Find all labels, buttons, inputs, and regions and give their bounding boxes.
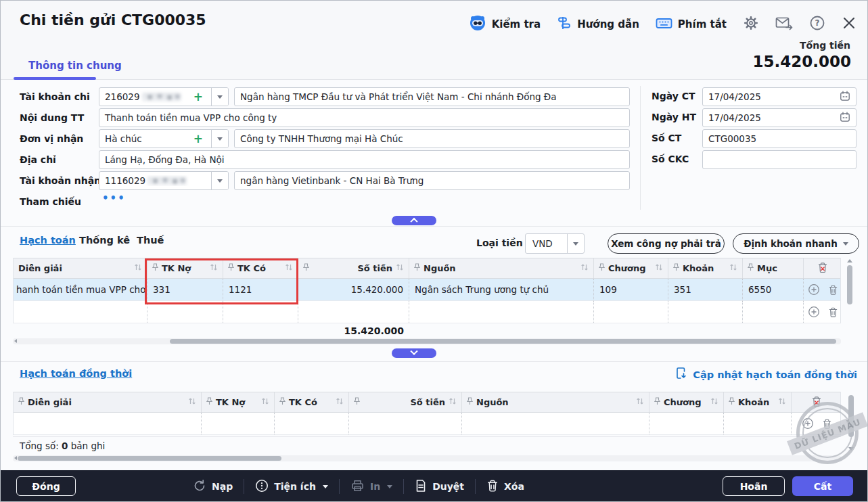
pin-icon[interactable] [354,397,360,407]
doc-date-field[interactable]: 17/04/2025 [702,87,856,106]
table-row-empty[interactable] [14,301,840,323]
pin-icon[interactable] [748,263,754,273]
scrollbar-thumb[interactable] [847,265,852,304]
pin-icon[interactable] [279,397,285,407]
tab-statistics[interactable]: Thống kê [79,235,130,246]
calendar-icon[interactable] [840,112,850,124]
currency-select[interactable]: VND [525,233,585,254]
scroll-up-arrow[interactable] [847,259,852,263]
print-button[interactable]: In [340,479,403,495]
vertical-scrollbar[interactable] [846,259,853,337]
receiver-company-field[interactable]: Công ty TNHH Thương mại Hà Chúc [234,129,630,148]
add-row-icon[interactable] [802,417,814,430]
sort-icon[interactable] [655,263,663,273]
pin-icon[interactable] [18,397,24,407]
gear-icon[interactable] [743,15,759,34]
window-header: Chi tiền gửi CTG00035 Kiểm tra [1,1,867,80]
tab-general-info[interactable]: Thông tin chung [28,60,122,72]
pin-icon[interactable] [228,263,234,273]
shortcut-button[interactable]: Phím tắt [656,16,727,32]
receiver-combo[interactable]: Hà chúc+ [99,129,229,148]
account-in-bank-field[interactable]: ngân hàng Vietinbank - CN Hai Bà Trưng [234,171,630,190]
scroll-down-arrow[interactable] [848,447,854,451]
sort-icon[interactable] [261,397,269,407]
add-account-icon[interactable]: + [191,90,206,104]
delete-button[interactable]: Xóa [476,479,535,495]
postpone-button[interactable]: Hoãn [723,476,785,496]
horizontal-scrollbar[interactable] [13,455,841,461]
currency-dropdown[interactable] [567,234,584,253]
collapse-form-button[interactable] [392,216,436,225]
pin-icon[interactable] [467,397,473,407]
reference-more-button[interactable]: ••• [102,192,126,204]
sort-icon[interactable] [188,397,196,407]
account-in-dropdown[interactable] [211,172,228,189]
pin-icon[interactable] [303,263,309,273]
horizontal-scrollbar[interactable] [13,338,841,344]
calendar-icon[interactable] [840,91,850,104]
sort-icon[interactable] [778,397,786,407]
doc-no-field[interactable]: CTG00035 [702,129,856,148]
guide-button[interactable]: Hướng dẫn [557,16,639,33]
delete-all-icon[interactable] [817,262,828,275]
content-field[interactable]: Thanh toán tiền mua VPP cho công ty [99,108,630,127]
tab-accounting[interactable]: Hạch toán [20,235,76,246]
mail-send-icon[interactable] [775,16,793,33]
add-row-icon[interactable] [808,283,820,296]
sort-icon[interactable] [710,397,718,407]
close-icon[interactable] [842,16,856,33]
sort-icon[interactable] [449,397,457,407]
sort-icon[interactable] [210,263,218,273]
utilities-button[interactable]: Tiện ích [244,479,339,495]
sort-icon[interactable] [285,263,293,273]
account-out-dropdown[interactable] [211,88,228,106]
account-out-bank-field[interactable]: Ngân hàng TMCP Đầu tư và Phát triển Việt… [234,87,630,106]
check-no-field[interactable] [702,150,856,169]
delete-all-icon[interactable] [811,396,822,409]
receiver-dropdown[interactable] [211,130,228,147]
scroll-left-arrow[interactable] [14,339,17,343]
post-date-field[interactable]: 17/04/2025 [702,108,856,127]
table-row-empty[interactable] [14,413,840,435]
table-row[interactable]: hanh toán tiền mua VPP cho... 331 1121 1… [14,279,840,301]
sort-icon[interactable] [396,263,404,273]
pin-icon[interactable] [152,263,158,273]
sort-icon[interactable] [636,397,644,407]
account-in-combo[interactable]: 1116029 [99,171,229,190]
pin-icon[interactable] [599,263,605,273]
scrollbar-thumb[interactable] [170,339,836,344]
check-button[interactable]: Kiểm tra [469,14,541,35]
cell-source: Ngân sách Trung ương tự chủ [409,279,593,300]
pin-icon[interactable] [729,397,735,407]
pin-icon[interactable] [414,263,420,273]
pin-icon[interactable] [654,397,660,407]
delete-row-icon[interactable] [828,306,838,318]
scrollbar-thumb[interactable] [18,456,281,461]
tab-tax[interactable]: Thuế [137,235,164,246]
save-button[interactable]: Cất [792,476,853,496]
sort-icon[interactable] [580,263,589,273]
view-payables-button[interactable]: Xem công nợ phải trả [608,233,725,254]
address-field[interactable]: Láng Hạ, Đống Đa, Hà Nội [99,150,630,169]
delete-row-icon[interactable] [828,284,838,296]
quick-posting-button[interactable]: Định khoản nhanh [733,233,859,254]
add-row-icon[interactable] [808,306,820,318]
collapse-detail-button[interactable] [392,348,436,358]
update-concurrent-button[interactable]: Cập nhật hạch toán đồng thời [675,367,857,382]
pin-icon[interactable] [206,397,212,407]
vertical-scrollbar[interactable] [848,394,854,451]
approve-button[interactable]: Duyệt [404,479,475,495]
sort-icon[interactable] [729,263,737,273]
reload-button[interactable]: Nạp [182,479,244,495]
pin-icon[interactable] [673,263,679,273]
help-icon[interactable]: ? [809,15,825,34]
sort-icon[interactable] [336,397,344,407]
sort-icon[interactable] [134,263,142,273]
concurrent-posting-link[interactable]: Hạch toán đồng thời [20,368,132,379]
scrollbar-thumb[interactable] [848,395,854,437]
add-receiver-icon[interactable]: + [191,132,206,145]
account-out-combo[interactable]: 216029+ [99,87,229,106]
close-button[interactable]: Đóng [16,476,76,496]
scroll-left-arrow[interactable] [14,456,17,460]
delete-row-icon[interactable] [822,418,832,430]
